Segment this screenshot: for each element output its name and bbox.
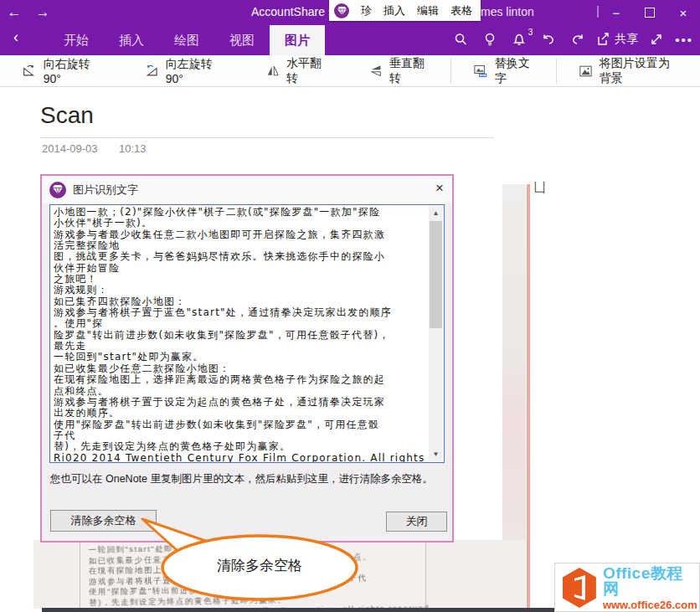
page-time: 10:13: [119, 142, 147, 155]
set-as-background-label: 将图片设置为背景: [600, 56, 677, 86]
rotate-left-button[interactable]: 向左旋转 90°: [122, 55, 244, 86]
lightbulb-icon[interactable]: [479, 28, 501, 50]
dialog-close-icon[interactable]: ×: [435, 180, 444, 197]
gem-icon: [49, 182, 66, 198]
window-title: AccountShare »: [251, 5, 335, 18]
scanned-photo-text: 一轮回到"start"处即为赢家。 如已收集最少任意二款探险小地图： 探险之旅的…: [88, 540, 526, 609]
forward-arrow-icon[interactable]: →: [28, 4, 57, 21]
rotate-right-icon: [23, 64, 36, 78]
app-window: ← → AccountShare » mes linton | − × 珍 插入…: [0, 0, 700, 612]
alt-text-button[interactable]: 替换文字: [451, 55, 556, 86]
close-button[interactable]: ×: [667, 0, 700, 25]
tab-view[interactable]: 视图: [214, 25, 270, 55]
search-icon[interactable]: [450, 28, 471, 50]
watermark-url: www.office26.com: [603, 599, 699, 610]
rotate-right-label: 向右旋转 90°: [44, 57, 100, 85]
flip-vertical-icon: [370, 64, 382, 78]
ribbon-tabs: 开始 插入 绘图 视图 图片: [49, 25, 325, 55]
dialog-title: 图片识别文字: [73, 183, 138, 198]
gem-icon: [334, 3, 349, 18]
set-background-icon: [579, 64, 592, 78]
textarea-scrollbar[interactable]: ▲ ▼: [429, 206, 443, 461]
ribbon-back-chevron[interactable]: ‹: [13, 28, 18, 46]
alt-text-icon: [474, 64, 487, 79]
popup-item-edit[interactable]: 编辑: [417, 3, 439, 18]
dialog-close-button[interactable]: 关闭: [386, 512, 447, 532]
notification-count-badge: 3: [528, 28, 533, 37]
dialog-title-bar[interactable]: 图片识别文字 ×: [42, 176, 452, 203]
maximize-icon: [645, 8, 655, 18]
scrollbar-thumb[interactable]: [430, 221, 442, 328]
tab-draw[interactable]: 绘图: [159, 25, 214, 55]
flip-horizontal-label: 水平翻转: [286, 56, 325, 86]
floating-menu-popup: 珍 插入 编辑 表格: [329, 0, 481, 21]
fullscreen-icon[interactable]: [646, 28, 667, 50]
back-arrow-icon[interactable]: ←: [0, 4, 28, 21]
scanned-photo[interactable]: 一轮回到"start"处即为赢家。 如已收集最少任意二款探险小地图： 探险之旅的…: [33, 540, 526, 609]
popup-item-table[interactable]: 表格: [450, 3, 472, 18]
flip-vertical-label: 垂直翻转: [389, 56, 428, 86]
rotate-left-icon: [145, 64, 158, 78]
set-as-background-button[interactable]: 将图片设置为背景: [557, 55, 700, 86]
maximize-button[interactable]: [633, 0, 667, 25]
more-options-icon[interactable]: •••: [675, 33, 693, 47]
alt-text-label: 替换文字: [495, 56, 533, 86]
picture-toolbar: 向右旋转 90° 向左旋转 90° 水平翻转 垂直翻转 替换文字 将图片设置为背…: [0, 55, 700, 87]
ribbon-right-icons: 3 共享 •••: [450, 25, 693, 54]
notifications-bell-icon[interactable]: 3: [508, 28, 530, 50]
photo-edge-shadow: [42, 608, 554, 612]
ocr-text: 小地图一款；(2)"探险小伙伴"棋子二款(或"探险罗盘"一款加"探险 小伙伴"棋…: [54, 207, 427, 463]
ocr-textarea[interactable]: 小地图一款；(2)"探险小伙伴"棋子二款(或"探险罗盘"一款加"探险 小伙伴"棋…: [49, 204, 445, 463]
office-hexagon-icon: [560, 567, 599, 609]
scroll-down-icon[interactable]: ▼: [429, 447, 443, 461]
share-label: 共享: [615, 32, 638, 47]
clear-extra-spaces-button[interactable]: 清除多余空格: [50, 510, 157, 532]
page-title[interactable]: Scan: [40, 102, 94, 129]
popup-item-insert[interactable]: 插入: [383, 3, 405, 18]
undo-icon[interactable]: [538, 28, 559, 50]
redo-icon[interactable]: [567, 28, 589, 50]
page-date: 2014-09-03: [42, 142, 98, 155]
tab-insert[interactable]: 插入: [104, 25, 159, 55]
ocr-dialog: 图片识别文字 × 小地图一款；(2)"探险小伙伴"棋子二款(或"探险罗盘"一款加…: [40, 174, 454, 543]
scroll-up-icon[interactable]: ▲: [429, 206, 443, 220]
ribbon-bar: ‹ 开始 插入 绘图 视图 图片 3: [0, 25, 700, 55]
watermark-brand: Office教程网: [603, 565, 699, 597]
title-underline: [40, 137, 494, 138]
rotate-right-button[interactable]: 向右旋转 90°: [0, 55, 122, 86]
flip-horizontal-icon: [267, 64, 279, 78]
share-button[interactable]: 共享: [596, 32, 638, 47]
rotate-left-label: 向左旋转 90°: [166, 57, 222, 85]
tab-home[interactable]: 开始: [49, 25, 104, 55]
flip-vertical-button[interactable]: 垂直翻转: [347, 55, 450, 86]
minimize-button[interactable]: −: [600, 0, 633, 25]
watermark-logo: Office教程网 www.office26.com: [554, 563, 700, 612]
tab-picture[interactable]: 图片: [270, 25, 325, 55]
share-icon: [596, 32, 611, 47]
popup-item[interactable]: 珍: [361, 3, 372, 18]
signed-in-user: mes linton: [481, 5, 534, 18]
stray-text-glyph: 凵: [533, 180, 546, 196]
page-margin-line: [527, 184, 530, 612]
dialog-hint-text: 您也可以在 OneNote 里复制图片里的文本，然后粘贴到这里，进行清除多余空格…: [50, 472, 433, 486]
flip-horizontal-button[interactable]: 水平翻转: [244, 55, 347, 86]
